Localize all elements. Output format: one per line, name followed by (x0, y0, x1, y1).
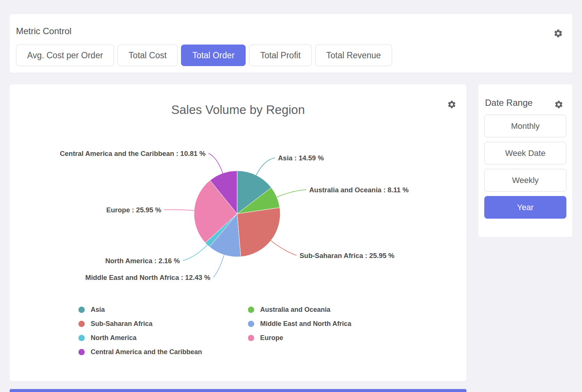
legend-item-australia-and-oceania[interactable]: Australia and Oceania (248, 305, 330, 314)
legend-item-middle-east-and-north-africa[interactable]: Middle East and North Africa (248, 319, 351, 328)
date-range-panel: Date Range MonthlyWeek DateWeeklyYear (478, 84, 572, 237)
legend-swatch-north-america (78, 335, 85, 341)
legend-label: North America (91, 334, 136, 342)
legend-label: Asia (91, 306, 105, 314)
date-range-settings-gear-icon[interactable] (554, 100, 563, 109)
metric-button-avg-cost-per-order[interactable]: Avg. Cost per Order (16, 45, 114, 66)
pie-callout-line-central-america-and-the-caribbean (208, 153, 223, 173)
pie-callout-label-north-america: North America : 2.16 % (105, 257, 180, 265)
pie-callout-label-sub-saharan-africa: Sub-Saharan Africa : 25.95 % (300, 252, 394, 259)
date-range-buttons-group: MonthlyWeek DateWeeklyYear (484, 115, 566, 219)
legend-swatch-sub-saharan-africa (78, 321, 85, 327)
pie-slice-sub-saharan-africa[interactable] (237, 208, 280, 257)
metric-control-title: Metric Control (16, 26, 71, 36)
legend-swatch-australia-and-oceania (248, 307, 254, 313)
date-range-button-weekly[interactable]: Weekly (484, 169, 566, 192)
pie-callout-label-asia: Asia : 14.59 % (278, 154, 324, 162)
metric-buttons-group: Avg. Cost per OrderTotal CostTotal Order… (16, 45, 392, 66)
legend-item-sub-saharan-africa[interactable]: Sub-Saharan Africa (78, 319, 152, 328)
legend-label: Central America and the Caribbean (91, 348, 202, 356)
legend-label: Australia and Oceania (260, 306, 330, 314)
pie-callout-line-australia-and-oceania (277, 190, 306, 197)
pie-callout-line-europe (164, 210, 194, 210)
pie-callout-label-central-america-and-the-caribbean: Central America and the Caribbean : 10.8… (60, 150, 206, 157)
legend-item-asia[interactable]: Asia (78, 305, 105, 314)
date-range-button-week-date[interactable]: Week Date (484, 142, 566, 164)
metric-button-total-profit[interactable]: Total Profit (249, 45, 312, 66)
metric-button-total-revenue[interactable]: Total Revenue (315, 45, 392, 66)
legend-swatch-middle-east-and-north-africa (248, 321, 254, 327)
pie-callout-label-middle-east-and-north-africa: Middle East and North Africa : 12.43 % (85, 274, 210, 281)
metric-settings-gear-icon[interactable] (553, 29, 563, 38)
pie-callout-label-europe: Europe : 25.95 % (106, 206, 161, 214)
legend-item-europe[interactable]: Europe (248, 333, 283, 342)
pie-callout-label-australia-and-oceania: Australia and Oceania : 8.11 % (309, 186, 408, 194)
pie-callout-line-middle-east-and-north-africa (213, 255, 224, 277)
legend-swatch-central-america-and-the-caribbean (78, 349, 85, 355)
metric-button-total-cost[interactable]: Total Cost (117, 45, 178, 66)
cutoff-panel-accent-bar (10, 389, 466, 392)
legend-label: Middle East and North Africa (260, 320, 351, 328)
dashboard-page: { "colors": { "accent": "#6674e8", "page… (0, 0, 582, 392)
legend-label: Europe (260, 334, 283, 342)
legend-item-north-america[interactable]: North America (78, 333, 136, 342)
legend-label: Sub-Saharan Africa (91, 320, 152, 328)
metric-control-panel: Metric Control Avg. Cost per OrderTotal … (10, 14, 572, 73)
pie-callout-line-asia (256, 158, 275, 175)
metric-button-total-order[interactable]: Total Order (181, 45, 246, 66)
pie-callout-line-north-america (183, 245, 207, 261)
sales-volume-chart-panel: Sales Volume by Region Asia : 14.59 %Aus… (10, 84, 466, 381)
legend-item-central-america-and-the-caribbean[interactable]: Central America and the Caribbean (78, 347, 202, 356)
legend-swatch-asia (78, 307, 85, 313)
pie-callout-line-sub-saharan-africa (271, 241, 297, 255)
legend-swatch-europe (248, 335, 254, 341)
date-range-title: Date Range (485, 98, 533, 108)
date-range-button-year[interactable]: Year (484, 196, 566, 219)
date-range-button-monthly[interactable]: Monthly (484, 115, 566, 137)
